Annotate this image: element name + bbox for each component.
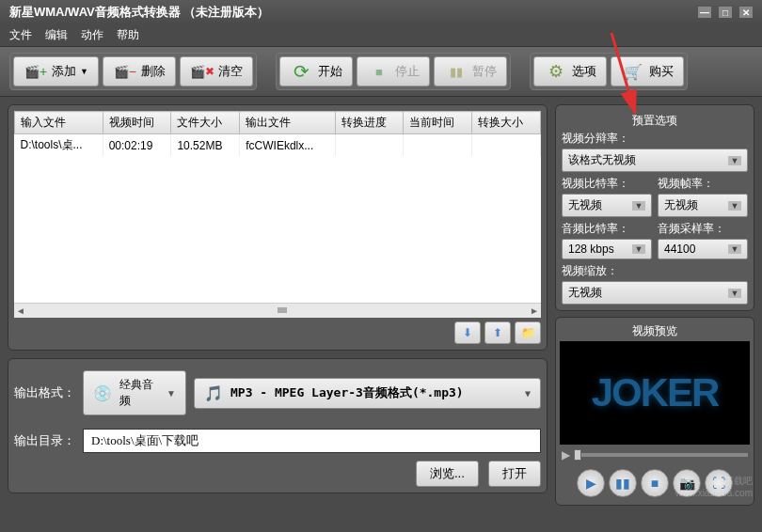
disc-icon: 💿	[93, 384, 112, 402]
add-icon: 🎬+	[24, 61, 48, 82]
output-dir-label: 输出目录：	[14, 432, 75, 449]
video-resolution-select[interactable]: 该格式无视频▼	[562, 149, 748, 172]
format-icon: 🎵	[204, 384, 223, 402]
buy-button[interactable]: 🛒购买	[611, 56, 684, 86]
window-title: 新星WMA/WAV音频格式转换器 （未注册版本）	[9, 4, 269, 21]
gear-icon: ⚙	[544, 61, 568, 82]
options-button[interactable]: ⚙选项	[533, 56, 607, 86]
format-dropdown[interactable]: 🎵 MP3 - MPEG Layer-3音频格式(*.mp3) ▼	[194, 378, 541, 409]
clear-button[interactable]: 🎬✖清空	[180, 56, 253, 86]
folder-button[interactable]: 📁	[515, 321, 541, 344]
menu-action[interactable]: 动作	[81, 27, 103, 43]
pause-icon: ▮▮	[444, 61, 468, 82]
menu-edit[interactable]: 编辑	[45, 27, 68, 43]
col-progress[interactable]: 转换进度	[335, 112, 404, 134]
col-output[interactable]: 输出文件	[240, 112, 335, 134]
delete-button[interactable]: 🎬−删除	[103, 56, 176, 86]
down-arrow-icon: ⬇	[463, 326, 472, 339]
add-button[interactable]: 🎬+添加 ▼	[13, 56, 99, 86]
toolbar: 🎬+添加 ▼ 🎬−删除 🎬✖清空 ⟳开始 ■停止 ▮▮暂停 ⚙选项 🛒购买	[0, 46, 762, 97]
menubar: 文件 编辑 动作 帮助	[0, 24, 762, 46]
output-panel: 输出格式： 💿 经典音频 ▼ 🎵 MP3 - MPEG Layer-3音频格式(…	[8, 358, 548, 493]
preview-title: 视频预览	[560, 321, 750, 341]
move-down-button[interactable]: ⬇	[454, 321, 481, 344]
col-convsize[interactable]: 转换大小	[472, 112, 541, 134]
open-button[interactable]: 打开	[488, 461, 541, 487]
file-table[interactable]: 输入文件 视频时间 文件大小 输出文件 转换进度 当前时间 转换大小 D:\to…	[14, 111, 541, 156]
col-input[interactable]: 输入文件	[15, 112, 103, 134]
move-up-button[interactable]: ⬆	[484, 321, 511, 344]
col-curtime[interactable]: 当前时间	[404, 112, 472, 134]
folder-icon: 📁	[521, 326, 535, 339]
audio-bitrate-select[interactable]: 128 kbps▼	[562, 239, 652, 259]
play-icon: ▶	[586, 476, 596, 491]
pause-icon: ▮▮	[615, 476, 630, 491]
horizontal-scrollbar[interactable]: ◄►	[14, 303, 541, 318]
output-dir-input[interactable]	[83, 429, 541, 453]
col-fsize[interactable]: 文件大小	[171, 112, 240, 134]
titlebar: 新星WMA/WAV音频格式转换器 （未注册版本） — □ ✕	[0, 0, 762, 24]
category-dropdown[interactable]: 💿 经典音频 ▼	[83, 370, 186, 415]
stop-icon: ■	[651, 476, 659, 491]
minimize-button[interactable]: —	[698, 7, 711, 18]
audio-samplerate-select[interactable]: 44100▼	[658, 239, 748, 259]
watermark: 下载吧 www.xiazaiba.com	[675, 475, 753, 498]
video-framerate-select[interactable]: 无视频▼	[658, 194, 748, 217]
browse-button[interactable]: 浏览...	[416, 461, 479, 487]
output-format-label: 输出格式：	[14, 384, 75, 401]
close-button[interactable]: ✕	[739, 7, 753, 18]
seek-slider[interactable]	[574, 453, 748, 457]
file-list-panel: 输入文件 视频时间 文件大小 输出文件 转换进度 当前时间 转换大小 D:\to…	[8, 104, 548, 351]
video-preview: JOKER	[560, 341, 750, 445]
menu-help[interactable]: 帮助	[117, 27, 139, 43]
delete-icon: 🎬−	[113, 61, 137, 82]
clear-icon: 🎬✖	[190, 61, 214, 82]
stop-icon: ■	[367, 61, 391, 82]
start-button[interactable]: ⟳开始	[279, 56, 353, 86]
video-zoom-select[interactable]: 无视频▼	[562, 281, 748, 305]
play-indicator-icon: ▶	[562, 448, 570, 462]
preset-panel: 预置选项 视频分辩率： 该格式无视频▼ 视频比特率： 无视频▼ 视频帧率： 无视…	[555, 104, 754, 311]
pause-button[interactable]: ▮▮暂停	[434, 56, 507, 86]
start-icon: ⟳	[290, 61, 314, 82]
table-row[interactable]: D:\tools\桌... 00:02:19 10.52MB fcCWIEkdl…	[15, 134, 541, 157]
stop-button[interactable]: ■停止	[357, 56, 430, 86]
video-bitrate-select[interactable]: 无视频▼	[562, 194, 652, 217]
cart-icon: 🛒	[621, 61, 645, 82]
play-button[interactable]: ▶	[577, 469, 605, 497]
pause-media-button[interactable]: ▮▮	[609, 469, 637, 497]
stop-media-button[interactable]: ■	[641, 469, 669, 497]
maximize-button[interactable]: □	[719, 7, 732, 18]
menu-file[interactable]: 文件	[9, 27, 32, 43]
up-arrow-icon: ⬆	[493, 326, 502, 339]
col-vtime[interactable]: 视频时间	[103, 112, 171, 134]
preset-title: 预置选项	[562, 111, 748, 131]
